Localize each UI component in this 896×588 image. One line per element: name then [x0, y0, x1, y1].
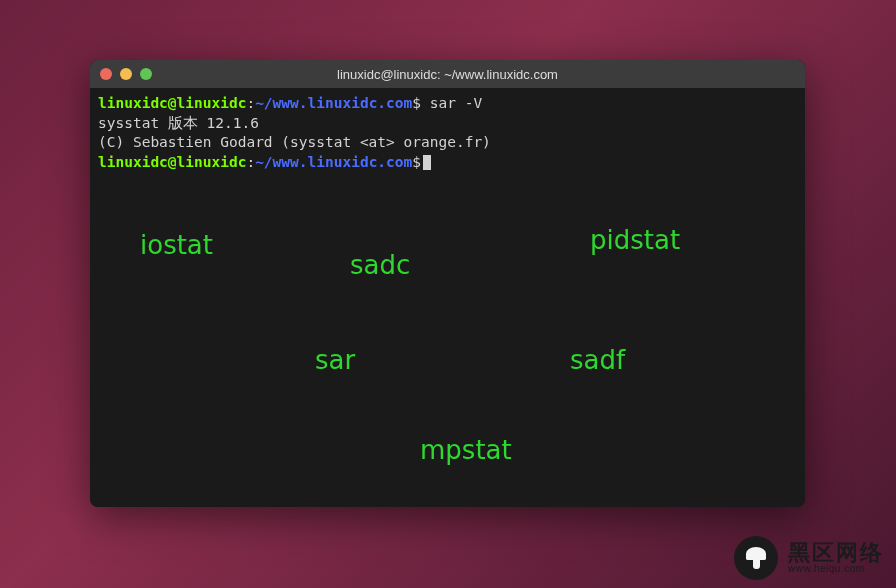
- command-text: sar -V: [421, 95, 482, 111]
- watermark-logo-icon: [734, 536, 778, 580]
- watermark-cn: 黑区网络: [788, 541, 884, 564]
- titlebar: linuxidc@linuxidc: ~/www.linuxidc.com: [90, 60, 805, 88]
- watermark-en: www.heiqu.com: [788, 564, 884, 575]
- prompt-colon: :: [246, 154, 255, 170]
- prompt-line-1: linuxidc@linuxidc:~/www.linuxidc.com$ sa…: [98, 94, 797, 114]
- prompt-path: ~/www.linuxidc.com: [255, 95, 412, 111]
- prompt-colon: :: [246, 95, 255, 111]
- terminal-body[interactable]: linuxidc@linuxidc:~/www.linuxidc.com$ sa…: [90, 88, 805, 507]
- prompt-dollar: $: [412, 154, 421, 170]
- prompt-user: linuxidc@linuxidc: [98, 154, 246, 170]
- watermark-text: 黑区网络 www.heiqu.com: [788, 541, 884, 575]
- mushroom-icon: [746, 547, 766, 569]
- window-title: linuxidc@linuxidc: ~/www.linuxidc.com: [90, 67, 805, 82]
- overlay-sadf: sadf: [570, 343, 625, 378]
- overlay-iostat: iostat: [140, 228, 213, 263]
- overlay-pidstat: pidstat: [590, 223, 680, 258]
- watermark: 黑区网络 www.heiqu.com: [734, 536, 884, 580]
- prompt-path: ~/www.linuxidc.com: [255, 154, 412, 170]
- terminal-window: linuxidc@linuxidc: ~/www.linuxidc.com li…: [90, 60, 805, 507]
- maximize-button[interactable]: [140, 68, 152, 80]
- prompt-user: linuxidc@linuxidc: [98, 95, 246, 111]
- prompt-line-2: linuxidc@linuxidc:~/www.linuxidc.com$: [98, 153, 797, 173]
- overlay-sadc: sadc: [350, 248, 410, 283]
- cursor-icon: [423, 155, 431, 170]
- output-line-1: sysstat 版本 12.1.6: [98, 114, 797, 134]
- minimize-button[interactable]: [120, 68, 132, 80]
- window-controls: [100, 68, 152, 80]
- close-button[interactable]: [100, 68, 112, 80]
- overlay-sar: sar: [315, 343, 355, 378]
- prompt-dollar: $: [412, 95, 421, 111]
- overlay-mpstat: mpstat: [420, 433, 512, 468]
- output-line-2: (C) Sebastien Godard (sysstat <at> orang…: [98, 133, 797, 153]
